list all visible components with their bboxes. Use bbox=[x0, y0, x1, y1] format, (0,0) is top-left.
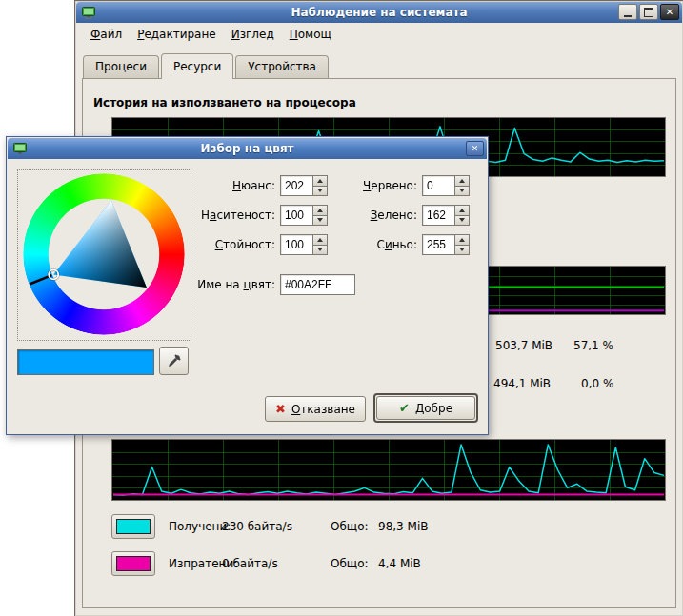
sent-rate: 0 байта/s bbox=[222, 557, 278, 570]
value-increment-button[interactable] bbox=[312, 234, 328, 246]
received-total: 98,3 MiB bbox=[378, 520, 428, 533]
blue-decrement-button[interactable] bbox=[454, 246, 470, 256]
dialog-icon bbox=[12, 141, 28, 156]
ok-button[interactable]: ✔ Добре bbox=[376, 396, 475, 420]
tab-devices[interactable]: Устройства bbox=[235, 55, 329, 78]
red-spinbox bbox=[422, 175, 470, 196]
minimize-button[interactable] bbox=[618, 4, 637, 20]
ok-icon: ✔ bbox=[399, 402, 410, 414]
sent-color-button[interactable] bbox=[111, 551, 155, 576]
up-arrow-icon bbox=[317, 179, 323, 183]
down-arrow-icon bbox=[317, 189, 323, 192]
tab-resources[interactable]: Ресурси bbox=[161, 53, 233, 79]
color-preview bbox=[17, 349, 154, 375]
received-rate: 230 байта/s bbox=[222, 520, 292, 533]
green-input[interactable] bbox=[422, 205, 454, 226]
sent-total-label: Общо: bbox=[331, 557, 369, 570]
hsv-triangle[interactable] bbox=[23, 173, 185, 335]
main-window-title: Наблюдение на системата bbox=[76, 6, 682, 19]
blue-increment-button[interactable] bbox=[454, 234, 470, 246]
triangle-black-shade bbox=[53, 201, 147, 288]
received-color-swatch bbox=[116, 519, 151, 534]
down-arrow-icon bbox=[459, 248, 465, 251]
maximize-icon bbox=[644, 8, 653, 17]
screen: Наблюдение на системата ✕ Файл Редактира… bbox=[0, 0, 683, 616]
red-decrement-button[interactable] bbox=[454, 187, 470, 197]
maximize-button[interactable] bbox=[639, 4, 658, 20]
dialog-close-button[interactable]: ✕ bbox=[466, 141, 484, 156]
up-arrow-icon bbox=[459, 179, 465, 183]
red-label: Червено: bbox=[330, 179, 417, 192]
menu-file[interactable]: Файл bbox=[85, 26, 128, 43]
swap-used-percent: 0,0 % bbox=[581, 377, 613, 390]
menu-help[interactable]: Помощ bbox=[284, 26, 337, 43]
up-arrow-icon bbox=[317, 238, 323, 242]
received-color-button[interactable] bbox=[111, 514, 155, 539]
down-arrow-icon bbox=[459, 189, 465, 192]
blue-input[interactable] bbox=[422, 234, 454, 255]
received-total-label: Общо: bbox=[331, 520, 369, 533]
cancel-icon: ✖ bbox=[275, 403, 286, 415]
red-increment-button[interactable] bbox=[454, 175, 470, 187]
menubar: Файл Редактиране Изглед Помощ bbox=[77, 24, 681, 44]
app-icon bbox=[81, 5, 96, 20]
ok-label: Добре bbox=[415, 402, 452, 415]
red-input[interactable] bbox=[422, 175, 454, 196]
ok-default-ring: ✔ Добре bbox=[373, 393, 478, 423]
tabstrip: Процеси Ресурси Устройства bbox=[83, 53, 331, 79]
cpu-history-heading: История на използването на процесора bbox=[93, 96, 356, 109]
sent-color-swatch bbox=[116, 556, 151, 571]
hue-spinbox bbox=[280, 175, 328, 196]
cancel-button[interactable]: ✖ Отказване bbox=[265, 396, 366, 422]
menu-edit[interactable]: Редактиране bbox=[131, 26, 222, 43]
sent-total: 4,4 MiB bbox=[378, 557, 421, 570]
hue-label: Нюанс: bbox=[188, 179, 275, 192]
network-history-chart bbox=[111, 439, 666, 501]
value-spinbox bbox=[280, 234, 328, 255]
up-arrow-icon bbox=[459, 209, 465, 212]
up-arrow-icon bbox=[459, 238, 465, 242]
color-name-input[interactable] bbox=[280, 274, 355, 295]
saturation-decrement-button[interactable] bbox=[312, 216, 328, 227]
hue-decrement-button[interactable] bbox=[312, 187, 328, 197]
dialog-titlebar[interactable]: Избор на цвят ✕ bbox=[8, 138, 487, 159]
saturation-input[interactable] bbox=[280, 205, 312, 226]
hue-input[interactable] bbox=[280, 175, 312, 196]
color-name-label: Име на цвят: bbox=[188, 278, 275, 291]
blue-spinbox bbox=[422, 234, 470, 255]
close-window-button[interactable]: ✕ bbox=[660, 4, 679, 20]
value-input[interactable] bbox=[280, 234, 312, 255]
color-wheel-widget[interactable] bbox=[17, 169, 191, 341]
blue-label: Синьо: bbox=[330, 238, 417, 251]
cancel-label: Отказване bbox=[291, 403, 355, 416]
green-label: Зелено: bbox=[330, 209, 417, 222]
green-spinbox bbox=[422, 205, 470, 226]
value-decrement-button[interactable] bbox=[312, 246, 328, 256]
down-arrow-icon bbox=[317, 248, 323, 251]
hue-increment-button[interactable] bbox=[312, 175, 328, 187]
down-arrow-icon bbox=[459, 218, 465, 222]
green-increment-button[interactable] bbox=[454, 205, 470, 216]
minimize-icon bbox=[624, 15, 632, 17]
close-icon: ✕ bbox=[472, 145, 479, 153]
main-titlebar[interactable]: Наблюдение на системата ✕ bbox=[76, 2, 682, 23]
menu-view[interactable]: Изглед bbox=[226, 26, 280, 43]
tab-processes[interactable]: Процеси bbox=[83, 55, 159, 78]
close-icon: ✕ bbox=[666, 8, 673, 17]
eyedropper-button[interactable] bbox=[159, 347, 189, 375]
up-arrow-icon bbox=[317, 209, 323, 212]
saturation-increment-button[interactable] bbox=[312, 205, 328, 216]
green-decrement-button[interactable] bbox=[454, 216, 470, 227]
memory-used-amount: 503,7 MiB bbox=[495, 339, 552, 352]
eyedropper-icon bbox=[166, 352, 183, 369]
memory-used-percent: 57,1 % bbox=[573, 339, 613, 352]
dialog-title: Избор на цвят bbox=[8, 142, 487, 155]
color-picker-dialog: Избор на цвят ✕ bbox=[6, 136, 489, 435]
down-arrow-icon bbox=[317, 218, 323, 222]
value-label: Стойност: bbox=[188, 238, 275, 251]
saturation-label: Наситеност: bbox=[188, 209, 275, 222]
swap-used-amount: 494,1 MiB bbox=[493, 377, 551, 390]
window-controls: ✕ bbox=[618, 4, 679, 20]
saturation-spinbox bbox=[280, 205, 328, 226]
